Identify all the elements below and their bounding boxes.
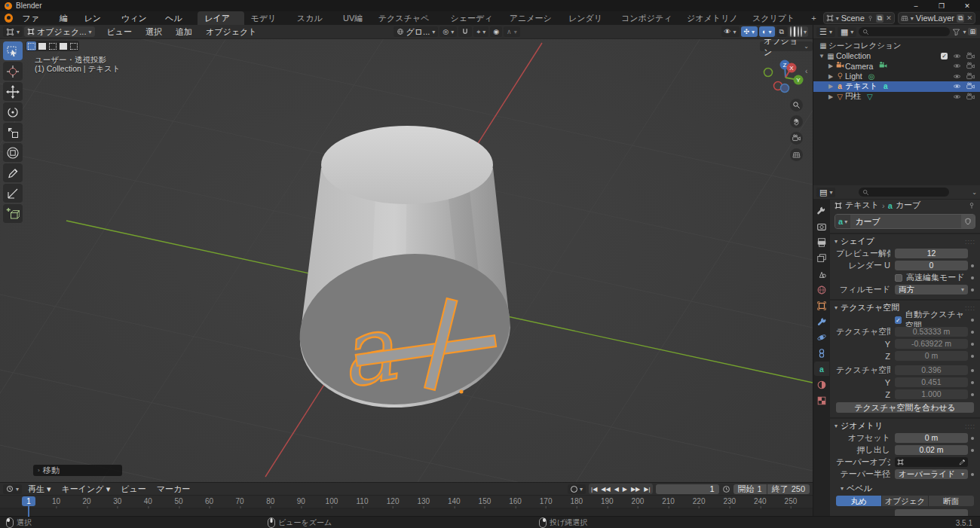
animate-decorator[interactable] <box>968 343 977 346</box>
render-u-field[interactable]: 0 <box>895 261 968 270</box>
add-cube-tool-button[interactable] <box>3 204 23 223</box>
animate-decorator[interactable] <box>968 369 977 372</box>
transform-tool-button[interactable] <box>3 143 23 162</box>
workspace-tab-2[interactable]: スカルプト <box>290 11 336 25</box>
play-reverse-button[interactable]: ◀ <box>614 486 619 493</box>
scene-selector[interactable]: ▾ Scene ⧉ ✕ <box>823 12 895 24</box>
cursor-tool-button[interactable] <box>3 62 23 81</box>
animate-decorator[interactable] <box>968 319 977 322</box>
workspace-tab-8[interactable]: コンポジティング <box>614 11 680 25</box>
properties-tab-output[interactable] <box>814 235 829 249</box>
workspace-tab-1[interactable]: モデリング <box>244 11 290 25</box>
eye-icon[interactable] <box>953 62 961 70</box>
properties-tab-texture[interactable] <box>814 393 829 407</box>
properties-tab-view-layer[interactable] <box>814 251 829 265</box>
eye-icon[interactable] <box>953 72 961 81</box>
next-keyframe-button[interactable]: ▶▶ <box>631 486 640 493</box>
current-frame-field[interactable]: 1 <box>656 484 719 494</box>
gizmo-neg-x-ball[interactable] <box>764 69 773 77</box>
move-tool-button[interactable] <box>3 82 23 101</box>
animate-decorator[interactable] <box>968 288 977 291</box>
eye-icon[interactable] <box>953 93 961 101</box>
properties-tab-material[interactable] <box>814 377 829 392</box>
prev-keyframe-button[interactable]: ◀◀ <box>601 486 610 493</box>
expand-arrow-icon[interactable]: ▶ <box>827 93 835 100</box>
mode-dropdown[interactable]: オブジェク... ▾ <box>24 26 94 37</box>
animate-decorator[interactable] <box>968 355 977 358</box>
frame-start-field[interactable]: 開始 1 <box>733 484 767 494</box>
datablock-name-field[interactable]: a▾ カーブ <box>835 214 975 229</box>
gizmo-neg-ball-blue[interactable] <box>781 84 789 93</box>
breadcrumb-data[interactable]: カーブ <box>896 200 921 211</box>
properties-search-input[interactable] <box>859 188 949 197</box>
eye-icon[interactable] <box>953 52 961 60</box>
pivot-point-dropdown[interactable]: ◎▾ <box>439 26 457 37</box>
outliner-row-camera[interactable]: ▶ Camera <box>813 61 980 72</box>
xray-toggle[interactable]: ⧉ <box>776 26 787 37</box>
workspace-tab-7[interactable]: レンダリング <box>562 11 614 25</box>
3d-viewport[interactable]: a Z X <box>0 38 813 482</box>
select-mode-set[interactable] <box>26 41 36 50</box>
eye-icon[interactable] <box>953 82 961 90</box>
workspace-tab-11[interactable]: + <box>804 11 822 25</box>
texspace-size-z-field[interactable]: 1.000 <box>895 389 968 399</box>
animate-decorator[interactable] <box>968 381 977 384</box>
view-layer-selector[interactable]: ▾ ViewLayer ⧉ ✕ <box>898 12 975 24</box>
maximize-button[interactable]: ❐ <box>929 0 954 11</box>
workspace-tab-10[interactable]: スクリプト作成 <box>746 11 804 25</box>
camera-restrict-icon[interactable] <box>966 82 975 90</box>
frame-end-field[interactable]: 終了 250 <box>767 484 810 494</box>
solid-shading-button[interactable] <box>793 26 796 37</box>
fake-user-toggle[interactable] <box>961 215 975 228</box>
properties-editor-type[interactable]: ▤▾ <box>816 188 835 197</box>
collection-checkbox[interactable]: ✓ <box>941 53 948 60</box>
bevel-tab-2[interactable]: 断面 <box>929 496 974 506</box>
match-texture-space-button[interactable]: テクスチャ空間を合わせる <box>836 402 974 413</box>
rendered-shading-button[interactable] <box>801 27 802 36</box>
jump-to-start-button[interactable]: |◀ <box>591 486 597 493</box>
outliner-row-scene-collection[interactable]: ▦ シーンコレクション <box>813 41 980 51</box>
blender-menu-icon[interactable] <box>5 14 13 23</box>
select-mode-subtract[interactable] <box>47 41 57 50</box>
jump-to-end-button[interactable]: ▶| <box>644 486 650 493</box>
pin-icon[interactable] <box>867 15 874 22</box>
outliner-row-cylinder[interactable]: ▶ ▽ 円柱 ▽ <box>813 92 980 102</box>
transform-orientation-dropdown[interactable]: グロ... ▾ <box>394 26 439 37</box>
section-header[interactable]: ▾ジオメトリ:::: <box>830 420 980 432</box>
viewport-menu-0[interactable]: ビュー <box>101 25 139 38</box>
animate-decorator[interactable] <box>968 473 977 476</box>
scale-tool-button[interactable] <box>3 123 23 142</box>
bevel-tab-0[interactable]: 丸め <box>836 496 881 506</box>
timeline-menu-2[interactable]: ビュー <box>116 484 151 495</box>
taper-object-picker[interactable] <box>895 457 968 467</box>
preview-resolution-field[interactable]: 12 <box>895 249 968 258</box>
menu-2[interactable]: レンダー <box>78 11 115 25</box>
fill-mode-dropdown[interactable]: 両方▾ <box>895 285 968 295</box>
new-view-layer-button[interactable]: ⧉ <box>957 14 964 23</box>
options-dropdown[interactable]: オプション ⌄ <box>760 41 813 51</box>
snap-target-dropdown[interactable]: ⌖▾ <box>473 26 488 37</box>
close-button[interactable]: ✕ <box>954 0 980 11</box>
filter-funnel-icon[interactable] <box>952 28 960 36</box>
workspace-tab-0[interactable]: レイアウト <box>198 11 243 25</box>
measure-tool-button[interactable] <box>3 184 23 203</box>
animate-decorator[interactable] <box>968 393 977 396</box>
viewport-menu-2[interactable]: 追加 <box>170 25 198 38</box>
menu-4[interactable]: ヘルプ <box>159 11 190 25</box>
material-shading-button[interactable] <box>798 27 799 36</box>
texspace-size-y-field[interactable]: 0.451 <box>895 377 968 387</box>
play-button[interactable]: ▶ <box>623 486 627 493</box>
fast-editing-checkbox[interactable]: 高速編集モード <box>895 272 968 283</box>
editor-type-button[interactable]: ▾ <box>3 26 23 37</box>
navigation-gizmo[interactable]: Z X Y <box>764 60 804 93</box>
animate-decorator[interactable] <box>968 264 977 267</box>
outliner-display-mode[interactable]: ☰▾ <box>816 27 835 37</box>
select-box-tool-button[interactable] <box>3 41 23 60</box>
falloff-dropdown[interactable]: ∧▾ <box>504 26 520 37</box>
outliner-search-input[interactable] <box>859 27 950 36</box>
eyedropper-icon[interactable] <box>959 459 966 465</box>
snap-toggle[interactable] <box>458 26 472 37</box>
select-mode-intersect[interactable] <box>69 41 78 50</box>
current-frame-indicator[interactable]: 1 <box>22 496 35 506</box>
select-mode-invert[interactable] <box>58 41 68 50</box>
